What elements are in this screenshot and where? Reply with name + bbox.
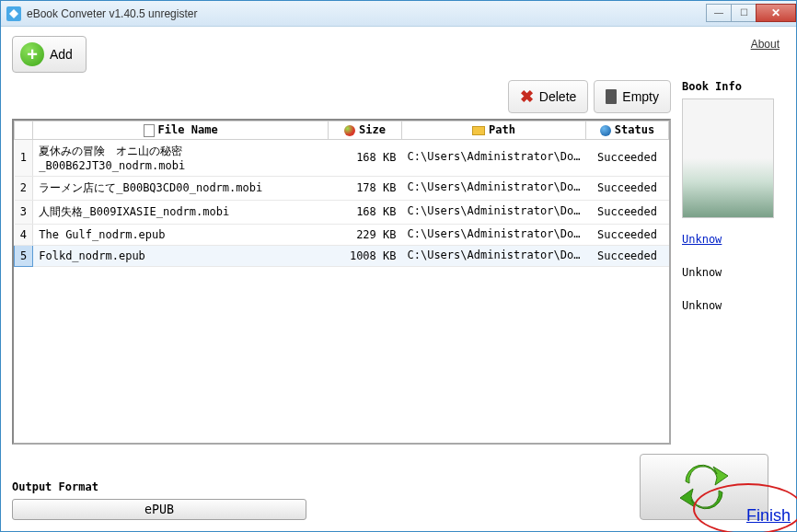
row-index: 1 (15, 139, 33, 176)
folder-icon (472, 126, 485, 135)
cell-filename: ラーメン店にて_B00BQ3CD00_nodrm.mobi (33, 176, 329, 200)
col-filename: File Name (158, 123, 218, 136)
table-row[interactable]: 4The Gulf_nodrm.epub229 KBC:\Users\Admin… (15, 224, 669, 245)
book-info-label: Book Info (682, 80, 785, 93)
book-cover (682, 98, 774, 218)
page-icon (144, 124, 155, 137)
close-button[interactable]: ✕ (756, 4, 796, 22)
empty-button[interactable]: Empty (594, 80, 671, 113)
convert-icon (676, 463, 732, 511)
table-row[interactable]: 5Folkd_nodrm.epub1008 KBC:\Users\Adminis… (15, 245, 669, 266)
cell-filename: 人間失格_B009IXASIE_nodrm.mobi (33, 200, 329, 224)
delete-button-label: Delete (539, 89, 576, 104)
cell-path: C:\Users\Administrator\Document… (402, 176, 586, 200)
cell-path: C:\Users\Administrator\Document… (402, 224, 586, 245)
book-info-link[interactable]: Unknow (682, 233, 785, 246)
ball-icon (600, 125, 611, 136)
col-size: Size (359, 123, 386, 136)
cell-status: Succeeded (586, 245, 669, 266)
delete-button[interactable]: ✖ Delete (508, 80, 588, 113)
globe-icon (344, 125, 355, 136)
cell-status: Succeeded (586, 200, 669, 224)
col-status: Status (615, 123, 654, 136)
trash-icon (606, 89, 617, 104)
content-area: About + Add ✖ Delete Empty (1, 27, 796, 531)
cell-filename: 夏休みの冒険 オニ山の秘密_B00B62JT30_nodrm.mobi (33, 139, 329, 176)
table-row[interactable]: 1夏休みの冒険 オニ山の秘密_B00B62JT30_nodrm.mobi168 … (15, 139, 669, 176)
row-index: 5 (15, 245, 33, 266)
cell-filename: The Gulf_nodrm.epub (33, 224, 329, 245)
cell-status: Succeeded (586, 224, 669, 245)
plus-icon: + (20, 42, 44, 66)
app-icon (6, 6, 21, 21)
empty-button-label: Empty (622, 89, 659, 104)
finish-link[interactable]: Finish (746, 506, 791, 525)
cell-path: C:\Users\Administrator\Document… (402, 200, 586, 224)
about-link[interactable]: About (751, 38, 780, 51)
maximize-button[interactable]: ☐ (731, 4, 757, 22)
row-index: 4 (15, 224, 33, 245)
cell-path: C:\Users\Administrator\Document… (402, 139, 586, 176)
cell-size: 178 KB (329, 176, 402, 200)
cell-status: Succeeded (586, 139, 669, 176)
book-info-line2: Unknow (682, 266, 785, 279)
cell-size: 168 KB (329, 200, 402, 224)
cell-path: C:\Users\Administrator\Document… (402, 245, 586, 266)
cell-size: 168 KB (329, 139, 402, 176)
table-row[interactable]: 2ラーメン店にて_B00BQ3CD00_nodrm.mobi178 KBC:\U… (15, 176, 669, 200)
minimize-button[interactable]: — (706, 4, 732, 22)
col-path: Path (489, 123, 515, 136)
file-table: File Name Size Path Status 1夏休みの冒険 オニ山の秘… (12, 119, 671, 445)
window-controls: — ☐ ✕ (707, 4, 796, 22)
cell-size: 1008 KB (329, 245, 402, 266)
cell-size: 229 KB (329, 224, 402, 245)
window-title: eBook Conveter v1.40.5 unregister (27, 7, 707, 20)
book-info-line3: Unknow (682, 299, 785, 312)
add-button[interactable]: + Add (12, 36, 87, 73)
row-index: 3 (15, 200, 33, 224)
cell-filename: Folkd_nodrm.epub (33, 245, 329, 266)
table-row[interactable]: 3人間失格_B009IXASIE_nodrm.mobi168 KBC:\User… (15, 200, 669, 224)
delete-icon: ✖ (520, 87, 534, 107)
output-format-button[interactable]: ePUB (12, 499, 306, 520)
app-window: eBook Conveter v1.40.5 unregister — ☐ ✕ … (0, 0, 797, 532)
titlebar[interactable]: eBook Conveter v1.40.5 unregister — ☐ ✕ (1, 1, 796, 27)
book-info-panel: Book Info Unknow Unknow Unknow (682, 80, 785, 445)
add-button-label: Add (50, 47, 73, 62)
row-index: 2 (15, 176, 33, 200)
output-format-label: Output Format (12, 480, 306, 493)
cell-status: Succeeded (586, 176, 669, 200)
